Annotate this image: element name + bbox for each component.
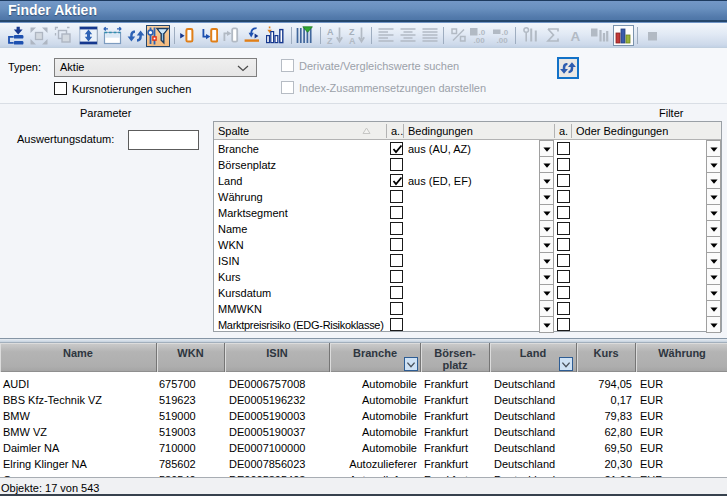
svg-text:A: A — [349, 36, 356, 46]
svg-text:A: A — [571, 29, 581, 44]
svg-text:.00: .00 — [497, 36, 509, 44]
svg-text:Z: Z — [327, 36, 333, 46]
svg-text:.00: .00 — [474, 36, 486, 44]
